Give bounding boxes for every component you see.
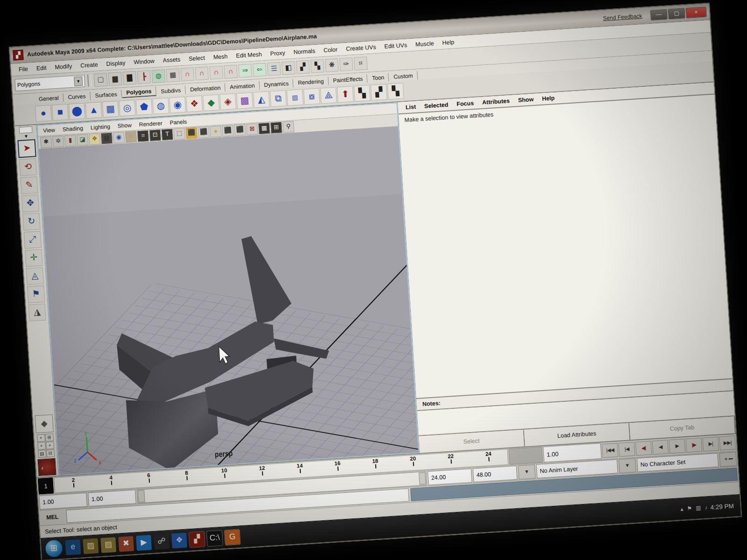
- status-line-icon[interactable]: ▦: [166, 69, 180, 83]
- status-line-icon[interactable]: ❋: [325, 58, 339, 72]
- status-line-icon[interactable]: ┣: [137, 70, 151, 84]
- shelf-icon[interactable]: ⧇: [303, 88, 320, 105]
- attribute-editor-menu-item[interactable]: Attributes: [478, 97, 514, 107]
- tray-icon[interactable]: ⚑: [687, 505, 692, 512]
- taskbar-app-icon[interactable]: ▶: [136, 535, 152, 551]
- frame-tick[interactable]: 22: [431, 452, 470, 469]
- menu-item[interactable]: Display: [102, 58, 129, 69]
- menu-item[interactable]: Create UVs: [342, 42, 380, 53]
- tool-button[interactable]: ◬: [26, 267, 44, 285]
- menu-item[interactable]: Edit Mesh: [232, 50, 266, 60]
- panel-toolbar-icon[interactable]: ⬛: [234, 124, 246, 136]
- status-line-icon[interactable]: ◍: [152, 69, 166, 83]
- taskbar-app-icon[interactable]: ☍: [154, 534, 169, 550]
- menu-item[interactable]: Edit: [32, 63, 50, 73]
- panel-menu-item[interactable]: Panels: [166, 118, 190, 126]
- tool-button[interactable]: ➤: [17, 139, 36, 158]
- attribute-editor-menu-item[interactable]: Focus: [453, 99, 478, 108]
- panel-menu-item[interactable]: Lighting: [87, 123, 113, 132]
- viewport-3d-view[interactable]: y z x persp: [39, 126, 418, 475]
- status-line-icon[interactable]: ▆: [108, 72, 122, 86]
- panel-toolbar-icon[interactable]: ⚲: [282, 121, 294, 133]
- panel-menu-item[interactable]: Shading: [59, 124, 86, 133]
- status-line-icon[interactable]: ▢: [94, 73, 108, 87]
- shelf-icon[interactable]: ▚: [387, 83, 404, 99]
- frame-tick[interactable]: 14: [281, 461, 319, 478]
- range-end-handle[interactable]: [419, 472, 426, 485]
- menu-item[interactable]: Color: [320, 45, 342, 55]
- anim-layer-dropdown-arrow[interactable]: ▼: [518, 464, 536, 479]
- panel-toolbar-icon[interactable]: ❖: [89, 133, 100, 145]
- panel-toolbar-icon[interactable]: ▦: [258, 123, 270, 134]
- shelf-icon[interactable]: ⧉: [270, 90, 287, 107]
- playback-button[interactable]: ▶▶|: [719, 435, 736, 450]
- frame-tick[interactable]: 16: [318, 459, 357, 476]
- taskbar-app-icon[interactable]: e: [65, 539, 81, 555]
- panel-toolbar-icon[interactable]: ▮: [64, 135, 76, 147]
- range-start-handle[interactable]: [138, 490, 145, 503]
- shelf-icon[interactable]: ▚: [354, 85, 371, 102]
- frame-tick[interactable]: 12: [243, 464, 282, 481]
- status-line-icon[interactable]: ⌗: [354, 56, 368, 70]
- panel-toolbar-icon[interactable]: ✱: [40, 136, 52, 148]
- toolbox-collapse-arrow-icon[interactable]: ▼: [24, 134, 28, 139]
- start-button[interactable]: ⊞: [44, 539, 63, 558]
- shelf-icon[interactable]: ●: [35, 105, 52, 122]
- status-line-icon[interactable]: ✑: [339, 57, 353, 71]
- taskbar-clock[interactable]: 4:29 PM: [710, 502, 737, 511]
- tool-button[interactable]: ✥: [21, 195, 39, 212]
- tool-button[interactable]: ⤢: [24, 231, 42, 249]
- playback-button[interactable]: ◀|: [635, 441, 652, 456]
- shelf-icon[interactable]: ◉: [169, 97, 186, 113]
- status-line-icon[interactable]: ⇐: [253, 63, 267, 77]
- tool-button[interactable]: ↻: [22, 213, 40, 231]
- panel-toolbar-icon[interactable]: ⌗: [137, 130, 149, 142]
- frame-tick[interactable]: 20: [394, 454, 433, 471]
- menu-item[interactable]: Mesh: [209, 52, 232, 62]
- shelf-icon[interactable]: ▦: [102, 101, 119, 118]
- taskbar-app-icon[interactable]: ▨: [100, 537, 116, 553]
- frame-tick[interactable]: 24: [469, 449, 508, 467]
- status-line-icon[interactable]: ▚: [310, 59, 324, 73]
- taskbar-app-icon[interactable]: ▞: [189, 532, 205, 547]
- frame-tick[interactable]: 8: [168, 469, 206, 486]
- taskbar-app-icon[interactable]: ✖: [118, 536, 134, 552]
- frame-tick[interactable]: 10: [205, 466, 244, 483]
- panel-toolbar-icon[interactable]: ⬛: [222, 125, 233, 136]
- panel-menu-item[interactable]: Show: [114, 121, 135, 130]
- attribute-editor-menu-item[interactable]: Help: [538, 94, 558, 103]
- status-line-icon[interactable]: ∩: [224, 65, 238, 79]
- panel-toolbar-icon[interactable]: T: [162, 129, 173, 140]
- maximize-button[interactable]: ▢: [668, 8, 685, 19]
- toolbox-collapse-handle[interactable]: [19, 126, 33, 134]
- tray-icon[interactable]: ▥: [696, 504, 701, 511]
- shelf-icon[interactable]: ▞: [370, 84, 387, 101]
- tool-button[interactable]: ⟲: [19, 158, 37, 176]
- frame-tick[interactable]: 2: [54, 476, 93, 493]
- panel-toolbar-icon[interactable]: ◉: [113, 132, 125, 143]
- layout-shortcut-button[interactable]: ▤: [38, 450, 46, 458]
- single-pane-layout-button[interactable]: ⬥: [35, 414, 54, 433]
- status-line-icon[interactable]: ▇: [123, 71, 137, 85]
- menu-item[interactable]: Create: [77, 60, 102, 70]
- character-set-dropdown-arrow[interactable]: ▼: [619, 458, 636, 473]
- layout-shortcut-button[interactable]: ⊟: [46, 449, 55, 457]
- menu-item[interactable]: Assets: [159, 55, 184, 65]
- close-button[interactable]: ×: [685, 7, 706, 18]
- playback-button[interactable]: ▶|: [702, 437, 719, 452]
- taskbar-app-icon[interactable]: ▨: [83, 538, 99, 554]
- status-line-icon[interactable]: ⇒: [238, 64, 252, 78]
- current-frame-marker[interactable]: 1: [38, 477, 54, 494]
- menu-item[interactable]: Proxy: [266, 49, 289, 58]
- layout-shortcut-button[interactable]: ⊞: [45, 434, 54, 441]
- layout-shortcut-button[interactable]: +: [37, 434, 45, 442]
- panel-toolbar-icon[interactable]: ⬛: [185, 127, 197, 139]
- layout-shortcut-button[interactable]: +: [37, 442, 46, 450]
- attribute-editor-menu-item[interactable]: List: [402, 103, 420, 111]
- minimize-button[interactable]: —: [650, 9, 668, 21]
- dropdown-arrow-icon[interactable]: ▼: [74, 77, 83, 86]
- shelf-icon[interactable]: ▲: [85, 102, 102, 119]
- menu-item[interactable]: Help: [438, 38, 458, 48]
- menu-item[interactable]: Modify: [51, 62, 76, 71]
- shelf-icon[interactable]: ■: [52, 104, 69, 121]
